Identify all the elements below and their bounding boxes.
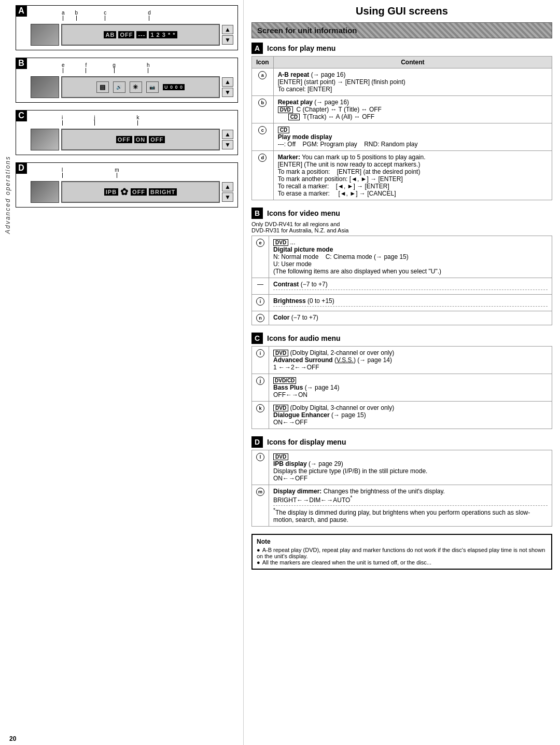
callout-a: a [62,10,65,21]
section-c-box: C i j k OFF ON [16,110,238,155]
callout-d: d [148,10,151,21]
content-k: DVD (Dolby Digital, 3-channel or over on… [269,402,552,429]
arrow-col-c: ▲ ▼ [222,130,233,149]
play-row-c: c CD Play mode display ---: Off PGM: Pro… [252,123,552,151]
section-a-box: A a b c d [16,5,238,50]
screen-display-d: IPB ✿ OFF BRIGHT [61,181,220,203]
section-d-header-row: D Icons for display menu [251,436,552,448]
section-a-badge: A [251,43,263,54]
icon-c: c [252,123,274,151]
callout-row-b: e f g h [62,62,233,73]
col-icon: Icon [252,57,274,68]
callout-row-c: i j k [62,115,233,126]
left-panel: Advanced operations A a b c d [0,0,244,745]
callout-l: l [62,167,63,178]
section-b-title: Icons for video menu [267,209,340,217]
section-c-header-row: C Icons for audio menu [251,333,552,344]
screen-thumb-d [31,181,59,203]
callout-c: c [104,10,106,21]
arrow-down-c[interactable]: ▼ [222,140,233,149]
icon-j: j [252,374,269,402]
callout-row-a: a b c d [62,10,233,21]
screen-thumb-a [31,24,59,46]
callout-e: e [62,62,65,73]
icon-b: b [252,96,274,123]
content-color: Color (−7 to +7) [269,311,552,325]
screen-display-b: ▤ 🔊 ✳ 📷 U 0 0 0 [61,76,220,98]
section-b-letter: B [16,58,27,69]
section-a-header-row: A Icons for play menu [251,43,552,54]
video-row-e: e DVD ... Digital picture mode N: Normal… [252,236,552,278]
section-d-title: Icons for display menu [267,438,346,446]
page-title: Using GUI screens [251,5,552,17]
screen-display-c: OFF ON OFF [61,129,220,150]
play-row-a: a A-B repeat (→ page 16) [ENTER] (start … [252,68,552,96]
callout-row-d: l m [62,167,233,178]
section-d-badge: D [251,436,263,448]
audio-menu-table: i DVD (Dolby Digital, 2-channel or over … [251,346,552,429]
callout-h: h [147,62,150,73]
icon-contrast: — [252,278,269,295]
arrow-down-d[interactable]: ▼ [222,192,233,202]
section-d-box: D l m IPB ✿ OFF BRIGHT [16,162,238,208]
video-note: Only DVD-RV41 for all regions andDVD-RV3… [251,221,552,233]
callout-g: g [113,62,116,73]
section-b-header-row: B Icons for video menu [251,208,552,219]
content-c: CD Play mode display ---: Off PGM: Progr… [273,123,552,151]
audio-row-j: j DVD/CD Bass Plus (→ page 14) OFF←→ON [252,374,552,402]
audio-row-i: i DVD (Dolby Digital, 2-channel or over … [252,347,552,374]
display-row-m: m Display dimmer: Changes the brightness… [252,485,552,527]
content-d: Marker: You can mark up to 5 positions t… [273,151,552,200]
arrow-up-a[interactable]: ▲ [222,25,233,34]
icon-d: d [252,151,274,200]
icon-a: a [252,68,274,96]
content-e: DVD ... Digital picture mode N: Normal m… [269,236,552,278]
video-row-contrast: — Contrast (−7 to +7) [252,278,552,295]
arrow-up-b[interactable]: ▲ [222,77,233,87]
screen-row-c: OFF ON OFF ▲ ▼ [31,129,233,150]
icon-e: e [252,236,269,278]
content-brightness: Brightness (0 to +15) [269,295,552,311]
section-a-letter: A [16,5,27,17]
arrow-up-c[interactable]: ▲ [222,130,233,139]
screen-display-a: AB OFF --- 1 2 3 * * [61,24,220,46]
section-c-badge: C [251,333,263,344]
arrow-down-a[interactable]: ▼ [222,35,233,45]
video-row-color: n Color (−7 to +7) [252,311,552,325]
page-number: 20 [9,735,16,742]
screen-thumb-c [31,129,59,150]
arrow-up-d[interactable]: ▲ [222,182,233,191]
section-c-letter: C [16,110,27,121]
note-box: Note A-B repeat play (DVD), repeat play … [251,534,552,570]
icon-color: n [252,311,269,325]
audio-row-k: k DVD (Dolby Digital, 3-channel or over … [252,402,552,429]
screen-thumb-b [31,76,59,98]
screen-row-a: AB OFF --- 1 2 3 * * ▲ ▼ [31,24,233,46]
callout-b: b [75,10,78,21]
arrow-col-a: ▲ ▼ [222,25,233,45]
icon-i: i [252,347,269,374]
callout-m: m [115,167,119,178]
video-menu-table: e DVD ... Digital picture mode N: Normal… [251,236,552,325]
display-menu-table: l DVD IPB display (→ page 29) Displays t… [251,450,552,527]
play-row-d: d Marker: You can mark up to 5 positions… [252,151,552,200]
arrow-down-b[interactable]: ▼ [222,88,233,97]
side-label: Advanced operations [4,156,11,234]
content-a: A-B repeat (→ page 16) [ENTER] (start po… [273,68,552,96]
callout-f: f [86,62,87,73]
icon-l: l [252,450,269,485]
right-panel: Using GUI screens Screen for unit inform… [244,0,560,745]
play-menu-table: Icon Content a A-B repeat (→ page 16) [E… [251,56,552,200]
arrow-col-d: ▲ ▼ [222,182,233,202]
content-contrast: Contrast (−7 to +7) [269,278,552,295]
icon-m: m [252,485,269,527]
display-row-l: l DVD IPB display (→ page 29) Displays t… [252,450,552,485]
video-row-brightness: i Brightness (0 to +15) [252,295,552,311]
section-d-letter: D [16,162,27,174]
section-c-title: Icons for audio menu [267,334,341,342]
section-b-badge: B [251,208,263,219]
icon-brightness: i [252,295,269,311]
content-l: DVD IPB display (→ page 29) Displays the… [269,450,552,485]
section-b-box: B e f g h [16,58,238,103]
callout-i: i [62,115,63,126]
